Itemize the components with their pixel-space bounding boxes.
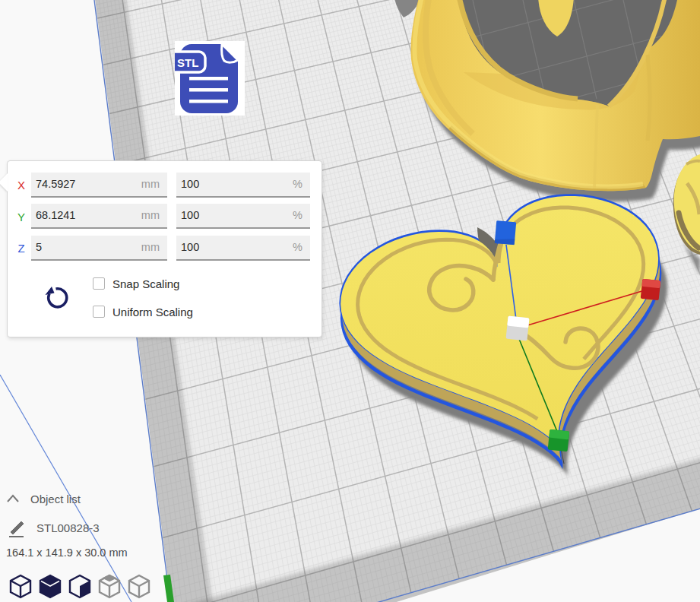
- svg-text:STL: STL: [177, 56, 198, 69]
